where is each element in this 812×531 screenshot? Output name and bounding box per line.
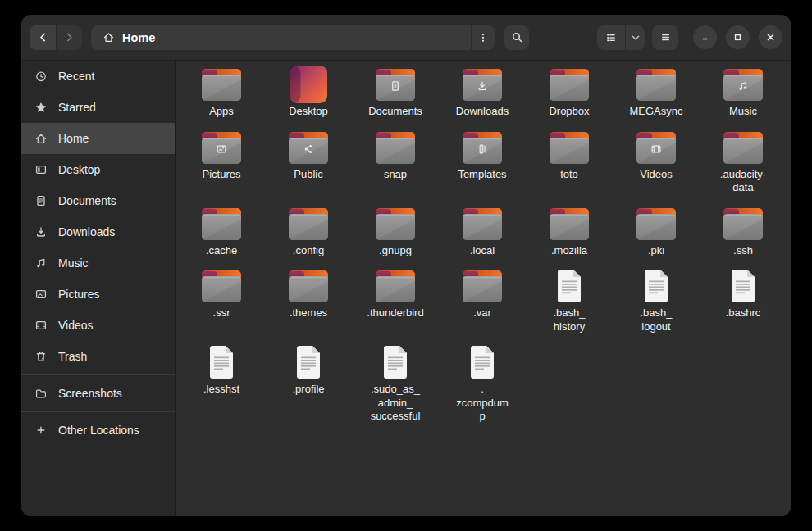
file-item[interactable]: .​bashrc (700, 267, 787, 320)
sidebar-item-pictures[interactable]: Pictures (21, 279, 175, 310)
file-item[interactable]: Public (265, 129, 352, 182)
sidebar-item-videos[interactable]: Videos (21, 310, 175, 341)
file-item[interactable]: .​config (265, 205, 352, 258)
file-item-label: Templates (458, 168, 506, 182)
chevron-down-icon (630, 32, 641, 43)
sidebar-item-music[interactable]: Music (21, 247, 175, 279)
sidebar-separator (21, 411, 175, 412)
kebab-menu-icon (477, 32, 489, 43)
file-item[interactable]: Documents (352, 66, 439, 119)
file-grid: Apps Desktop Documents Downloads Dropbox… (178, 66, 791, 424)
file-item[interactable]: .​profile (265, 343, 352, 397)
file-item[interactable]: .​themes (265, 267, 352, 320)
folder-icon (463, 205, 502, 243)
sidebar-item-desktop[interactable]: Desktop (21, 154, 175, 185)
file-item[interactable]: Downloads (439, 66, 526, 119)
file-item[interactable]: .​ssh (700, 205, 787, 258)
file-item[interactable]: .​thunderbird (352, 267, 439, 320)
file-item[interactable]: .​mozilla (526, 205, 613, 258)
file-item[interactable]: Dropbox (526, 66, 613, 119)
sidebar-item-icon (34, 350, 48, 363)
minimize-button[interactable] (693, 25, 717, 49)
sidebar-separator (21, 374, 175, 375)
file-item-label: .​themes (290, 306, 327, 320)
file-item[interactable]: MEGAsync (613, 66, 700, 119)
view-options-dropdown[interactable] (625, 25, 645, 50)
file-item-label: Apps (209, 105, 234, 119)
file-item[interactable]: Videos (613, 129, 700, 182)
header-bar: Home (21, 15, 791, 61)
file-item-label: Dropbox (549, 105, 589, 119)
sidebar-item-label: Home (58, 132, 89, 145)
folder-icon (376, 129, 415, 166)
file-item-label: .​pki (648, 244, 664, 258)
sidebar-item-icon (34, 163, 48, 176)
file-item[interactable]: .​zcompdump (439, 343, 526, 424)
sidebar-item-recent[interactable]: Recent (21, 61, 175, 92)
main-menu-button[interactable] (652, 25, 678, 50)
file-item-label: .​bash_​history (541, 306, 598, 334)
sidebar-item-icon (34, 194, 48, 207)
text-file-icon (641, 267, 671, 305)
file-item[interactable]: Music (700, 66, 787, 119)
forward-button[interactable] (56, 25, 82, 50)
sidebar-item-icon (34, 256, 48, 270)
list-view-button[interactable] (597, 25, 625, 50)
folder-icon (289, 129, 328, 166)
file-item[interactable]: .​bash_​logout (613, 267, 700, 334)
file-item-label: .​bashrc (726, 306, 761, 320)
file-item[interactable]: .​local (439, 205, 526, 258)
folder-icon (376, 267, 415, 305)
folder-icon (376, 205, 415, 243)
close-button[interactable] (759, 25, 782, 49)
sidebar: Recent Starred Home Desktop Documents Do… (21, 61, 176, 516)
file-item[interactable]: .​lesshst (178, 343, 265, 397)
folder-icon (463, 267, 502, 305)
file-item[interactable]: toto (526, 129, 613, 182)
sidebar-item-other-locations[interactable]: Other Locations (21, 415, 175, 446)
file-item-label: .​thunderbird (367, 306, 423, 320)
sidebar-item-starred[interactable]: Starred (21, 92, 175, 123)
file-item[interactable]: .​ssr (178, 267, 265, 320)
maximize-button[interactable] (726, 25, 750, 49)
file-item[interactable]: Apps (178, 66, 265, 119)
file-item-label: .​var (473, 306, 491, 320)
back-button[interactable] (30, 25, 56, 50)
folder-icon (202, 267, 241, 305)
file-item-label: .​lesshst (203, 383, 239, 397)
sidebar-item-trash[interactable]: Trash (21, 341, 175, 372)
file-item[interactable]: .​gnupg (352, 205, 439, 258)
file-item-label: .​ssh (733, 244, 753, 258)
file-item[interactable]: .​cache (178, 205, 265, 258)
file-item[interactable]: Pictures (178, 129, 265, 182)
file-item-label: .​profile (292, 383, 324, 397)
desktop-gradient-icon (290, 66, 327, 103)
folder-icon (202, 129, 241, 166)
file-item[interactable]: snap (352, 129, 439, 182)
sidebar-item-label: Pictures (58, 288, 100, 301)
path-menu-button[interactable] (471, 25, 495, 50)
file-item-label: .​sudo_​as_​admin_​successful (367, 383, 424, 424)
file-item-label: .​cache (206, 244, 237, 258)
file-item[interactable]: .​sudo_​as_​admin_​successful (352, 343, 439, 424)
sidebar-item-screenshots[interactable]: Screenshots (21, 378, 175, 409)
file-item-label: .​gnupg (379, 244, 412, 258)
sidebar-item-documents[interactable]: Documents (21, 185, 175, 216)
folder-icon (550, 66, 589, 103)
path-bar[interactable]: Home (91, 25, 495, 50)
file-item[interactable]: .​pki (613, 205, 700, 258)
file-item[interactable]: .​audacity-​data (700, 129, 787, 195)
file-item-label: MEGAsync (629, 105, 682, 119)
sidebar-item-downloads[interactable]: Downloads (21, 216, 175, 247)
file-item[interactable]: Templates (439, 129, 526, 182)
sidebar-item-icon (34, 132, 48, 145)
file-item-label: Desktop (289, 105, 328, 119)
file-item[interactable]: .​bash_​history (526, 267, 613, 334)
sidebar-item-home[interactable]: Home (21, 123, 175, 154)
file-item[interactable]: Desktop (265, 66, 352, 119)
files-window: Home (21, 15, 791, 516)
file-browser-pane[interactable]: Apps Desktop Documents Downloads Dropbox… (176, 61, 791, 516)
view-toggle-group (597, 25, 645, 50)
search-button[interactable] (504, 25, 529, 50)
file-item[interactable]: .​var (439, 267, 526, 320)
